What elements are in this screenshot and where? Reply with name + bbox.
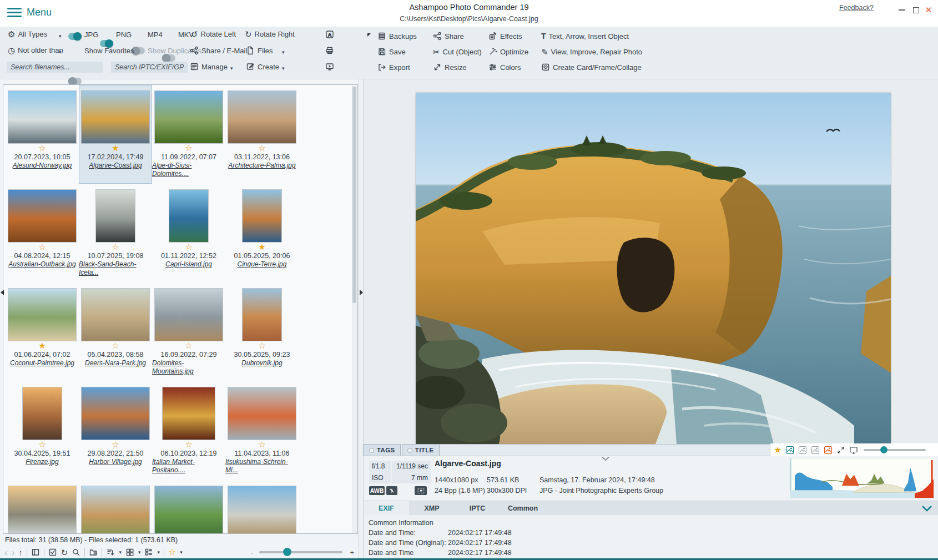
star-icon[interactable]: ☆ (38, 143, 46, 153)
effects-button[interactable]: Effects (488, 30, 528, 42)
thumbnail-item[interactable]: ☆ 06.10.2023, 12:19 Italian-Market-Posit… (152, 381, 225, 480)
zoom-out-minus[interactable]: - (251, 548, 253, 557)
expand-right-arrow[interactable] (360, 290, 363, 295)
search-iptc-exif-gps-input[interactable] (111, 62, 188, 73)
slider-knob[interactable] (283, 548, 291, 556)
expand-metadata-chevron-icon[interactable] (921, 505, 932, 512)
thumbnail-image[interactable] (228, 91, 296, 143)
export-pdf-button[interactable]: A (325, 30, 334, 39)
thumbnail-scrollbar[interactable] (352, 85, 357, 533)
chevron-down-icon[interactable]: ▾ (157, 549, 160, 555)
thumbnail-image[interactable] (8, 486, 76, 534)
thumbnail-item[interactable]: ☆ 03.11.2022, 13:06 Architecture-Palma.j… (225, 85, 299, 184)
star-icon[interactable]: ☆ (112, 341, 119, 351)
star-icon[interactable]: ☆ (258, 143, 265, 153)
print-button[interactable] (325, 46, 334, 55)
select-checkbox-button[interactable] (48, 548, 57, 557)
backups-button[interactable]: Backups (377, 30, 417, 42)
panel-layout-button[interactable] (31, 548, 40, 557)
thumbnail-item[interactable]: ★ 17.02.2024, 17:49 Algarve-Coast.jpg (79, 85, 152, 184)
new-folder-button[interactable] (89, 548, 98, 557)
chevron-down-icon[interactable]: ▾ (180, 549, 183, 555)
collapse-info-chevron-icon[interactable] (601, 456, 610, 461)
thumbnail-filename[interactable]: Dolomites-Mountains.jpg (152, 359, 225, 376)
preview-mode-4-button[interactable] (824, 446, 833, 455)
thumbnail-item[interactable]: ☆ 20.07.2023, 10:05 Alesund-Norway.jpg (6, 85, 79, 184)
thumbnail-image[interactable] (243, 289, 281, 341)
thumbnail-filename[interactable]: Alesund-Norway.jpg (13, 162, 72, 170)
star-icon[interactable]: ☆ (38, 242, 46, 252)
thumbnail-filename[interactable]: Deers-Nara-Park.jpg (85, 359, 146, 367)
nav-forward-button[interactable]: › (12, 548, 15, 557)
nav-back-button[interactable]: ‹ (4, 548, 8, 557)
star-icon[interactable]: ★ (112, 143, 119, 153)
thumbnail-image[interactable] (82, 486, 149, 534)
thumbnail-filename[interactable]: Cinque-Terre.jpg (238, 260, 287, 269)
thumbnail-filename[interactable]: Alpe-di-Siusi-Dolomites.... (152, 162, 225, 178)
star-icon[interactable]: ☆ (185, 242, 192, 252)
detail-view-button[interactable] (144, 548, 153, 557)
resize-button[interactable]: Resize (433, 61, 482, 73)
refresh-button[interactable]: ↻ (61, 548, 68, 557)
files-button[interactable]: Files (246, 46, 273, 55)
thumbnail-filename[interactable]: Capri-Island.jpg (165, 260, 212, 269)
thumbnail-image[interactable] (155, 486, 223, 534)
thumbnail-item[interactable]: ☆ 30.05.2025, 09:23 Dubrovnik.jpg (225, 282, 299, 381)
cut-object-button[interactable]: ✂ Cut (Object) (433, 46, 482, 58)
star-icon[interactable]: ☆ (112, 440, 119, 450)
star-icon[interactable]: ☆ (112, 242, 119, 252)
view-improve-repair-button[interactable]: ✎ View, Improve, Repair Photo (541, 46, 642, 58)
slideshow-button[interactable] (325, 62, 334, 71)
thumbnail-image[interactable] (8, 289, 76, 341)
thumbnail-filename[interactable]: Australian-Outback.jpg (8, 260, 75, 269)
search-filenames-input[interactable] (7, 62, 103, 73)
preview-mode-1-button[interactable] (785, 446, 794, 455)
zoom-in-plus[interactable]: + (350, 548, 354, 557)
save-button[interactable]: Save (377, 46, 417, 58)
star-icon[interactable]: ☆ (185, 143, 192, 153)
jpg-toggle[interactable] (68, 33, 82, 40)
thumbnail-image[interactable] (82, 289, 149, 341)
thumbnail-item[interactable]: ☆ (152, 480, 225, 534)
tab-exif[interactable]: EXIF (364, 501, 409, 516)
search-button[interactable] (72, 548, 80, 557)
thumbnail-item[interactable]: ☆ 30.04.2025, 19:51 Firenze.jpg (6, 381, 79, 480)
text-arrow-insert-button[interactable]: T Text, Arrow, Insert Object (541, 30, 642, 42)
mkv-toggle[interactable] (162, 54, 175, 62)
chevron-down-icon[interactable]: ▾ (282, 49, 285, 55)
optimize-button[interactable]: Optimize (488, 46, 528, 58)
collapse-left-panel-arrow[interactable] (1, 290, 4, 295)
scrollbar-thumb[interactable] (352, 87, 356, 303)
nav-up-button[interactable]: ↑ (18, 548, 23, 557)
chevron-down-icon[interactable]: ▾ (138, 549, 141, 555)
create-button[interactable]: Create (246, 62, 279, 71)
not-older-than-button[interactable]: ◷ Not older than (8, 46, 63, 54)
thumbnail-image[interactable] (23, 387, 62, 440)
thumbnail-image[interactable] (155, 289, 223, 341)
thumbnail-item[interactable]: ☆ (225, 480, 299, 534)
thumbnail-item[interactable]: ☆ (79, 480, 152, 534)
star-icon[interactable]: ★ (258, 242, 265, 252)
rotate-right-button[interactable]: ↻ Rotate Right (245, 30, 295, 38)
tab-common[interactable]: Common (500, 501, 546, 516)
thumbnail-item[interactable]: ☆ 04.08.2024, 12:15 Australian-Outback.j… (6, 184, 79, 282)
thumbnail-image[interactable] (243, 190, 281, 242)
thumbnail-image[interactable] (163, 387, 215, 440)
fullscreen-icon[interactable] (836, 446, 845, 455)
tab-iptc[interactable]: IPTC (455, 501, 500, 516)
minimize-button[interactable] (896, 4, 908, 16)
thumbnail-view-button[interactable] (125, 548, 134, 557)
slider-knob[interactable] (880, 446, 887, 453)
preview-photo[interactable] (416, 93, 891, 444)
chevron-down-icon[interactable]: ▾ (282, 65, 285, 71)
thumbnail-filename[interactable]: Architecture-Palma.jpg (228, 162, 295, 170)
thumbnail-item[interactable]: ☆ (6, 480, 79, 534)
tab-tags[interactable]: TAGS (364, 444, 401, 456)
tab-title[interactable]: TITLE (402, 444, 440, 456)
preview-mode-2-button[interactable] (798, 446, 807, 455)
tab-xmp[interactable]: XMP (409, 501, 455, 516)
monitor-icon[interactable] (849, 446, 858, 455)
thumbnail-item[interactable]: ☆ 11.04.2023, 11:06 Itsukushima-Schrein-… (225, 381, 299, 480)
thumbnail-image[interactable] (228, 387, 296, 440)
thumbnail-item[interactable]: ☆ 05.04.2023, 08:58 Deers-Nara-Park.jpg (79, 282, 152, 381)
